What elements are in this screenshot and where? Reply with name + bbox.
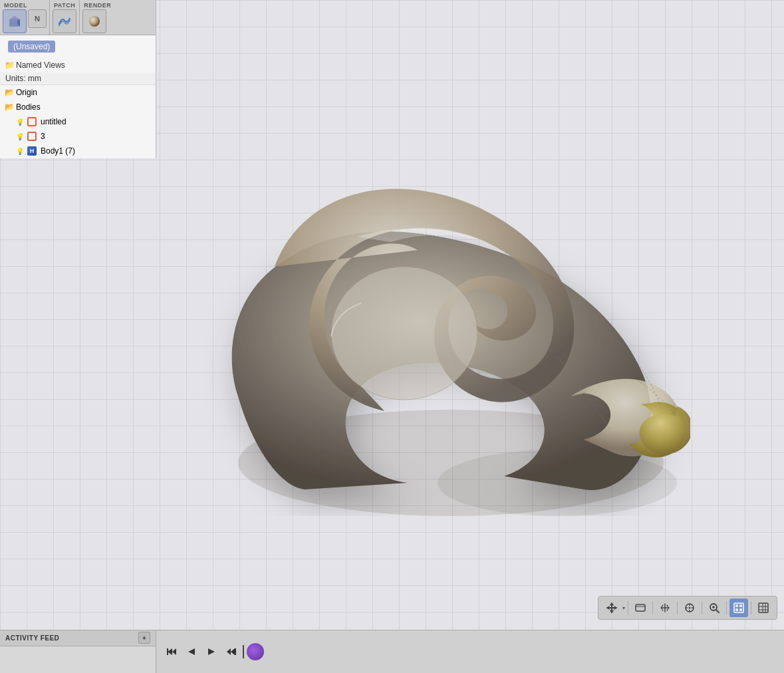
patch-mode-button[interactable] — [53, 9, 76, 33]
prev-start-icon — [166, 646, 177, 657]
svg-point-6 — [89, 16, 100, 27]
origin-tree-item[interactable]: 📂 Origin — [0, 85, 156, 100]
mesh-icon-2 — [27, 131, 37, 142]
viewport-toolbar: ▾ — [598, 596, 777, 620]
bodies-tree-item[interactable]: 📂 Bodies — [0, 100, 156, 114]
svg-marker-31 — [172, 648, 176, 655]
orbit-tool-button[interactable] — [631, 599, 650, 617]
next-end-button[interactable] — [223, 643, 240, 660]
display-mode-button[interactable] — [729, 599, 748, 617]
model-mode-label: MODEL — [3, 1, 47, 9]
svg-point-2 — [331, 267, 477, 400]
patch-mode-section: PATCH — [50, 0, 80, 35]
prev-icon — [187, 647, 196, 656]
svg-rect-24 — [759, 603, 768, 612]
svg-marker-35 — [231, 648, 235, 655]
named-views-label: Named Views — [16, 61, 65, 70]
next-button[interactable] — [203, 643, 220, 660]
pan-icon — [659, 602, 671, 614]
left-panel: MODEL N PATCH — [0, 0, 156, 158]
component1-label: untitled — [41, 117, 66, 126]
model-icon-row: N — [3, 9, 47, 33]
component2-label: 3 — [41, 132, 45, 141]
toolbar-separator-5 — [726, 601, 727, 614]
grid-icon — [757, 602, 769, 614]
units-label: Units: mm — [5, 74, 41, 83]
eye-icon-1: 💡 — [15, 116, 25, 127]
body-h-icon: H — [27, 146, 37, 156]
unsaved-container: (Unsaved) — [0, 35, 156, 58]
model-icon — [7, 14, 22, 29]
patch-icon — [57, 14, 72, 29]
activity-feed-label: ACTIVITY FEED — [5, 634, 59, 642]
origin-label: Origin — [16, 88, 37, 97]
render-icon-row — [82, 9, 112, 33]
toolbar-separator-6 — [751, 601, 751, 614]
eye-icon-2: 💡 — [15, 131, 25, 142]
move-tool-button[interactable] — [602, 599, 621, 617]
svg-rect-23 — [739, 608, 742, 611]
svg-rect-21 — [739, 605, 742, 607]
svg-rect-20 — [735, 605, 738, 607]
n-button[interactable]: N — [28, 9, 47, 28]
body1-label: Body1 (7) — [41, 146, 75, 156]
bottom-bar: ACTIVITY FEED + — [0, 630, 784, 673]
move-tool-dropdown-arrow[interactable]: ▾ — [622, 605, 625, 611]
svg-rect-30 — [167, 648, 168, 655]
timeline-marker — [243, 645, 244, 658]
render-icon — [87, 14, 102, 29]
zoom-icon — [708, 602, 720, 614]
svg-marker-33 — [208, 648, 215, 655]
render-mode-section: RENDER — [80, 0, 115, 35]
render-mode-label: RENDER — [82, 1, 112, 9]
patch-mode-label: PATCH — [53, 1, 76, 9]
render-mode-button[interactable] — [82, 9, 106, 33]
zoom-target-button[interactable] — [680, 599, 699, 617]
svg-line-16 — [716, 610, 719, 612]
zoom-target-icon — [684, 602, 696, 614]
zoom-button[interactable] — [705, 599, 723, 617]
globe-button[interactable] — [247, 643, 264, 660]
toolbar-separator-4 — [702, 601, 702, 614]
svg-rect-22 — [735, 608, 738, 611]
display-icon — [733, 602, 745, 614]
patch-icon-row — [53, 9, 76, 33]
mesh-icon-1 — [27, 116, 37, 127]
unsaved-badge[interactable]: (Unsaved) — [8, 41, 55, 53]
activity-feed-header: ACTIVITY FEED + — [0, 630, 156, 646]
transport-controls — [156, 630, 271, 674]
svg-marker-34 — [227, 648, 231, 655]
toolbar-separator-1 — [628, 601, 628, 614]
activity-feed-section: ACTIVITY FEED + — [0, 630, 156, 674]
model-mode-button[interactable] — [3, 9, 27, 33]
svg-marker-29 — [168, 648, 172, 655]
mode-buttons-bar: MODEL N PATCH — [0, 0, 156, 35]
pan-tool-button[interactable] — [656, 599, 674, 617]
next-icon — [207, 647, 216, 656]
prev-button[interactable] — [183, 643, 200, 660]
named-views-row[interactable]: 📁 Named Views — [0, 58, 156, 72]
activity-feed-expand-button[interactable]: + — [138, 632, 150, 644]
bodies-folder-icon: 📂 — [4, 102, 15, 112]
svg-rect-7 — [636, 605, 645, 611]
expand-icon: + — [142, 634, 146, 642]
3d-model — [172, 137, 690, 536]
main-viewport[interactable]: MODEL N PATCH — [0, 0, 784, 673]
grid-display-button[interactable] — [754, 599, 773, 617]
svg-rect-36 — [235, 648, 236, 655]
activity-feed-content — [0, 646, 156, 674]
move-icon — [606, 602, 618, 614]
component1-tree-item[interactable]: 💡 untitled — [0, 114, 156, 129]
toolbar-separator-3 — [677, 601, 678, 614]
component2-tree-item[interactable]: 💡 3 — [0, 129, 156, 144]
svg-point-14 — [689, 607, 691, 609]
body1-tree-item[interactable]: 💡 H Body1 (7) — [0, 144, 156, 158]
orbit-icon — [634, 602, 646, 614]
svg-marker-4 — [9, 16, 20, 19]
next-end-icon — [226, 646, 237, 657]
svg-marker-32 — [188, 648, 195, 655]
eye-icon-3: 💡 — [15, 146, 25, 156]
prev-start-button[interactable] — [163, 643, 180, 660]
tree-panel: (Unsaved) 📁 Named Views Units: mm 📂 Orig… — [0, 35, 156, 158]
units-row: Units: mm — [0, 72, 156, 85]
